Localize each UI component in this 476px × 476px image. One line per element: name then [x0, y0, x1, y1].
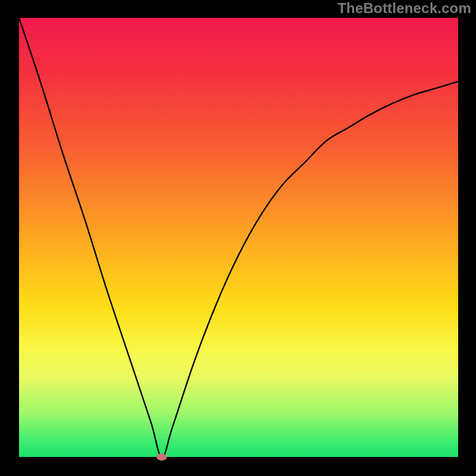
bottleneck-curve: [19, 18, 458, 457]
chart-frame: TheBottleneck.com: [0, 0, 476, 476]
plot-area: [19, 18, 458, 457]
watermark-text: TheBottleneck.com: [337, 0, 471, 17]
minimum-marker: [156, 453, 167, 461]
